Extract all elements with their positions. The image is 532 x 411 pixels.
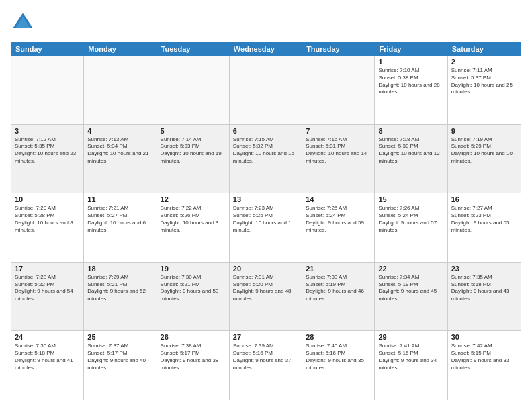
calendar-cell: 28Sunrise: 7:40 AM Sunset: 5:16 PM Dayli… [302,331,375,400]
cell-text: Sunrise: 7:16 AM Sunset: 5:31 PM Dayligh… [306,136,371,165]
header-day: Friday [375,42,447,56]
cell-text: Sunrise: 7:28 AM Sunset: 5:22 PM Dayligh… [15,274,80,303]
day-number: 29 [378,333,443,341]
cell-text: Sunrise: 7:38 AM Sunset: 5:17 PM Dayligh… [161,342,226,371]
calendar-cell: 29Sunrise: 7:41 AM Sunset: 5:16 PM Dayli… [375,331,447,400]
calendar-cell: 3Sunrise: 7:12 AM Sunset: 5:35 PM Daylig… [11,125,84,193]
calendar-row: 17Sunrise: 7:28 AM Sunset: 5:22 PM Dayli… [11,263,521,332]
calendar-row: 3Sunrise: 7:12 AM Sunset: 5:35 PM Daylig… [11,125,521,194]
day-number: 28 [306,333,371,341]
header-day: Tuesday [157,42,230,56]
day-number: 7 [306,127,371,135]
calendar-cell [11,56,84,124]
calendar-cell: 16Sunrise: 7:27 AM Sunset: 5:23 PM Dayli… [448,193,521,262]
calendar-cell [230,56,302,124]
cell-text: Sunrise: 7:18 AM Sunset: 5:30 PM Dayligh… [378,136,443,165]
day-number: 18 [87,265,152,273]
day-number: 17 [15,265,80,273]
calendar-header: SundayMondayTuesdayWednesdayThursdayFrid… [11,42,521,56]
calendar-cell: 13Sunrise: 7:23 AM Sunset: 5:25 PM Dayli… [230,193,302,262]
calendar-cell: 10Sunrise: 7:20 AM Sunset: 5:28 PM Dayli… [11,193,84,262]
calendar-cell: 9Sunrise: 7:19 AM Sunset: 5:29 PM Daylig… [448,125,521,193]
day-number: 1 [378,58,443,66]
header [11,11,521,35]
day-number: 8 [378,127,443,135]
calendar-cell: 11Sunrise: 7:21 AM Sunset: 5:27 PM Dayli… [84,193,157,262]
cell-text: Sunrise: 7:41 AM Sunset: 5:16 PM Dayligh… [378,342,443,371]
day-number: 9 [451,127,517,135]
day-number: 10 [15,195,80,203]
page: SundayMondayTuesdayWednesdayThursdayFrid… [0,0,532,411]
calendar-cell: 18Sunrise: 7:29 AM Sunset: 5:21 PM Dayli… [84,263,157,331]
header-day: Monday [84,42,157,56]
calendar-cell: 12Sunrise: 7:22 AM Sunset: 5:26 PM Dayli… [157,193,230,262]
calendar-cell: 25Sunrise: 7:37 AM Sunset: 5:17 PM Dayli… [84,331,157,400]
calendar-cell: 15Sunrise: 7:26 AM Sunset: 5:24 PM Dayli… [375,193,447,262]
day-number: 26 [161,333,226,341]
calendar-cell: 5Sunrise: 7:14 AM Sunset: 5:33 PM Daylig… [157,125,230,193]
calendar-cell: 30Sunrise: 7:42 AM Sunset: 5:15 PM Dayli… [448,331,521,400]
day-number: 30 [451,333,517,341]
calendar-cell: 23Sunrise: 7:35 AM Sunset: 5:18 PM Dayli… [448,263,521,331]
cell-text: Sunrise: 7:14 AM Sunset: 5:33 PM Dayligh… [161,136,226,165]
day-number: 20 [233,265,298,273]
cell-text: Sunrise: 7:36 AM Sunset: 5:18 PM Dayligh… [15,342,80,371]
calendar-cell [84,56,157,124]
calendar-row: 24Sunrise: 7:36 AM Sunset: 5:18 PM Dayli… [11,331,521,400]
cell-text: Sunrise: 7:42 AM Sunset: 5:15 PM Dayligh… [451,342,517,371]
cell-text: Sunrise: 7:33 AM Sunset: 5:19 PM Dayligh… [306,274,371,303]
cell-text: Sunrise: 7:29 AM Sunset: 5:21 PM Dayligh… [87,274,152,303]
calendar-cell [302,56,375,124]
day-number: 11 [87,195,152,203]
day-number: 3 [15,127,80,135]
calendar-cell: 1Sunrise: 7:10 AM Sunset: 5:38 PM Daylig… [375,56,447,124]
logo [11,11,39,35]
calendar-cell: 4Sunrise: 7:13 AM Sunset: 5:34 PM Daylig… [84,125,157,193]
day-number: 2 [451,58,517,66]
calendar-cell: 22Sunrise: 7:34 AM Sunset: 5:19 PM Dayli… [375,263,447,331]
calendar-cell: 20Sunrise: 7:31 AM Sunset: 5:20 PM Dayli… [230,263,302,331]
day-number: 27 [233,333,298,341]
day-number: 5 [161,127,226,135]
cell-text: Sunrise: 7:20 AM Sunset: 5:28 PM Dayligh… [15,205,80,234]
header-day: Wednesday [230,42,302,56]
calendar-cell: 24Sunrise: 7:36 AM Sunset: 5:18 PM Dayli… [11,331,84,400]
calendar-row: 10Sunrise: 7:20 AM Sunset: 5:28 PM Dayli… [11,193,521,263]
cell-text: Sunrise: 7:21 AM Sunset: 5:27 PM Dayligh… [87,205,152,234]
day-number: 22 [378,265,443,273]
calendar-cell: 6Sunrise: 7:15 AM Sunset: 5:32 PM Daylig… [230,125,302,193]
cell-text: Sunrise: 7:31 AM Sunset: 5:20 PM Dayligh… [233,274,298,303]
cell-text: Sunrise: 7:26 AM Sunset: 5:24 PM Dayligh… [378,205,443,234]
cell-text: Sunrise: 7:23 AM Sunset: 5:25 PM Dayligh… [233,205,298,234]
calendar-cell: 14Sunrise: 7:25 AM Sunset: 5:24 PM Dayli… [302,193,375,262]
cell-text: Sunrise: 7:22 AM Sunset: 5:26 PM Dayligh… [161,205,226,234]
calendar-cell: 27Sunrise: 7:39 AM Sunset: 5:16 PM Dayli… [230,331,302,400]
header-day: Sunday [11,42,84,56]
header-day: Thursday [302,42,375,56]
cell-text: Sunrise: 7:11 AM Sunset: 5:37 PM Dayligh… [451,67,517,96]
cell-text: Sunrise: 7:30 AM Sunset: 5:21 PM Dayligh… [161,274,226,303]
cell-text: Sunrise: 7:10 AM Sunset: 5:38 PM Dayligh… [378,67,443,96]
day-number: 15 [378,195,443,203]
day-number: 6 [233,127,298,135]
day-number: 16 [451,195,517,203]
header-day: Saturday [448,42,521,56]
calendar-cell: 21Sunrise: 7:33 AM Sunset: 5:19 PM Dayli… [302,263,375,331]
day-number: 14 [306,195,371,203]
cell-text: Sunrise: 7:25 AM Sunset: 5:24 PM Dayligh… [306,205,371,234]
calendar-cell: 17Sunrise: 7:28 AM Sunset: 5:22 PM Dayli… [11,263,84,331]
day-number: 12 [161,195,226,203]
cell-text: Sunrise: 7:35 AM Sunset: 5:18 PM Dayligh… [451,274,517,303]
day-number: 24 [15,333,80,341]
cell-text: Sunrise: 7:37 AM Sunset: 5:17 PM Dayligh… [87,342,152,371]
cell-text: Sunrise: 7:13 AM Sunset: 5:34 PM Dayligh… [87,136,152,165]
cell-text: Sunrise: 7:27 AM Sunset: 5:23 PM Dayligh… [451,205,517,234]
cell-text: Sunrise: 7:19 AM Sunset: 5:29 PM Dayligh… [451,136,517,165]
cell-text: Sunrise: 7:34 AM Sunset: 5:19 PM Dayligh… [378,274,443,303]
day-number: 25 [87,333,152,341]
day-number: 23 [451,265,517,273]
day-number: 13 [233,195,298,203]
day-number: 19 [161,265,226,273]
calendar-body: 1Sunrise: 7:10 AM Sunset: 5:38 PM Daylig… [11,56,521,400]
logo-icon [11,11,35,35]
